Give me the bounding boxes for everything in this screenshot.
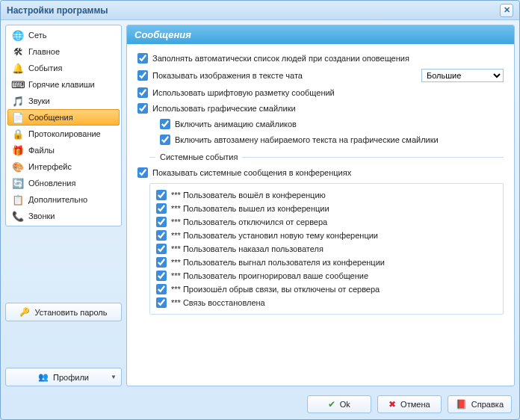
enable-autoreplace-label: Включить автозамену набираемого текста н… [175, 135, 439, 144]
event-checkbox[interactable] [156, 257, 167, 268]
sidebar-item-label: Файлы [28, 146, 55, 155]
wrench-icon: 🛠 [12, 46, 24, 58]
event-checkbox[interactable] [156, 244, 167, 254]
event-label: *** Пользователь вышел из конференции [171, 204, 329, 213]
sidebar-item-label: Звонки [28, 211, 55, 220]
sidebar-item-label: Сеть [28, 31, 46, 40]
users-icon: 👥 [38, 372, 49, 382]
list-item: *** Пользователь установил новую тему ко… [156, 229, 497, 242]
key-icon: 🔑 [19, 307, 30, 317]
event-label: *** Произошёл обрыв связи, вы отключены … [171, 285, 380, 294]
window-title: Настройки программы [7, 5, 500, 16]
event-label: *** Пользователь выгнал пользователя из … [171, 258, 385, 267]
sidebar-item-hotkeys[interactable]: ⌨Горячие клавиши [7, 76, 120, 93]
opt-enable-autoreplace: Включить автозамену набираемого текста н… [160, 135, 504, 145]
keyboard-icon: ⌨ [12, 78, 24, 90]
font-markup-checkbox[interactable] [137, 87, 148, 98]
close-button[interactable]: ✕ [500, 4, 513, 17]
sidebar-item-label: Обновления [28, 179, 75, 188]
opt-use-smileys: Использовать графические смайлики [137, 103, 504, 114]
opt-auto-fill: Заполнять автоматически список людей при… [137, 53, 504, 64]
cancel-icon: ✖ [389, 399, 396, 410]
titlebar: Настройки программы ✕ [1, 1, 519, 20]
use-smileys-checkbox[interactable] [137, 103, 148, 114]
help-button[interactable]: 📕Справка [448, 395, 512, 413]
list-item: *** Произошёл обрыв связи, вы отключены … [156, 282, 497, 296]
set-password-button[interactable]: 🔑 Установить пароль [5, 303, 122, 321]
list-item: *** Пользователь проигнорировал ваше соо… [156, 269, 497, 282]
opt-show-sys-msgs: Показывать системные сообщения в конфере… [137, 167, 504, 178]
phone-icon: 📞 [12, 210, 24, 222]
show-sys-msgs-checkbox[interactable] [137, 167, 148, 178]
event-checkbox[interactable] [156, 230, 167, 241]
sidebar-item-events[interactable]: 🔔События [7, 60, 120, 76]
sidebar-item-label: Горячие клавиши [28, 80, 95, 89]
sidebar-item-sounds[interactable]: 🎵Звуки [7, 93, 120, 109]
page-title: Сообщения [127, 25, 514, 44]
footer: ✔Ok ✖Отмена 📕Справка [1, 391, 519, 419]
opt-enable-anim: Включить анимацию смайликов [160, 119, 504, 129]
event-label: *** Пользователь вошёл в конференцию [171, 191, 326, 200]
profiles-button[interactable]: 👥 Профили ▼ [5, 368, 122, 386]
main-body: Заполнять автоматически список людей при… [127, 44, 514, 386]
cancel-label: Отмена [400, 400, 430, 409]
chevron-down-icon: ▼ [111, 374, 117, 380]
book-icon: 📕 [456, 399, 467, 410]
sidebar-item-label: Сообщения [28, 113, 73, 122]
enable-anim-label: Включить анимацию смайликов [175, 120, 297, 129]
auto-fill-checkbox[interactable] [137, 53, 148, 64]
font-markup-label: Использовать шрифтовую разметку сообщени… [152, 88, 335, 97]
sidebar-item-calls[interactable]: 📞Звонки [7, 208, 120, 224]
refresh-icon: 🔄 [12, 177, 24, 189]
profiles-label: Профили [53, 373, 89, 382]
show-sys-msgs-label: Показывать системные сообщения в конфере… [152, 168, 351, 177]
list-item: *** Пользователь отключился от сервера [156, 215, 497, 229]
list-item: *** Связь восстановлена [156, 296, 497, 309]
sidebar-item-advanced[interactable]: 📋Дополнительно [7, 191, 120, 208]
list-item: *** Пользователь вышел из конференции [156, 202, 497, 215]
show-images-checkbox[interactable] [137, 70, 148, 81]
sidebar-item-logging[interactable]: 🔒Протоколирование [7, 126, 120, 142]
sidebar-item-main[interactable]: 🛠Главное [7, 43, 120, 60]
use-smileys-label: Использовать графические смайлики [152, 104, 296, 113]
cancel-button[interactable]: ✖Отмена [377, 395, 442, 413]
nav-panel: 🌐Сеть 🛠Главное 🔔События ⌨Горячие клавиши… [5, 25, 122, 226]
system-events-group: Системные события [149, 152, 504, 161]
sidebar-item-interface[interactable]: 🎨Интерфейс [7, 158, 120, 175]
show-images-label: Показывать изображения в тексте чата [152, 71, 303, 80]
event-checkbox[interactable] [156, 217, 167, 227]
close-icon: ✕ [504, 5, 510, 15]
sidebar-spacer [5, 231, 122, 298]
image-size-select[interactable]: Большие [421, 69, 504, 82]
sidebar-item-label: Главное [28, 47, 60, 56]
sidebar-item-network[interactable]: 🌐Сеть [7, 27, 120, 43]
sidebar-item-files[interactable]: 🎁Файлы [7, 142, 120, 158]
clipboard-icon: 📋 [12, 194, 24, 206]
list-item: *** Пользователь выгнал пользователя из … [156, 256, 497, 269]
sidebar-item-label: Интерфейс [28, 162, 72, 171]
system-events-label: Системные события [155, 152, 242, 161]
palette-icon: 🎨 [12, 161, 24, 173]
event-label: *** Пользователь установил новую тему ко… [171, 231, 378, 240]
system-events-list: *** Пользователь вошёл в конференцию ***… [149, 183, 504, 315]
event-label: *** Пользователь отключился от сервера [171, 217, 327, 226]
event-checkbox[interactable] [156, 297, 167, 308]
document-icon: 📄 [12, 111, 24, 123]
ok-label: Ok [340, 400, 350, 409]
enable-autoreplace-checkbox[interactable] [160, 135, 170, 145]
enable-anim-checkbox[interactable] [160, 119, 170, 129]
sidebar-item-messages[interactable]: 📄Сообщения [7, 109, 120, 126]
event-checkbox[interactable] [156, 190, 167, 200]
sidebar-item-updates[interactable]: 🔄Обновления [7, 175, 120, 191]
event-checkbox[interactable] [156, 271, 167, 281]
help-label: Справка [471, 400, 504, 409]
opt-show-images: Показывать изображения в тексте чата Бол… [137, 69, 504, 82]
sidebar-item-label: Звуки [28, 96, 50, 105]
event-checkbox[interactable] [156, 284, 167, 294]
lock-icon: 🔒 [12, 128, 24, 140]
ok-button[interactable]: ✔Ok [307, 395, 371, 413]
event-checkbox[interactable] [156, 203, 167, 214]
sidebar-item-label: Дополнительно [28, 195, 87, 204]
gift-icon: 🎁 [12, 144, 24, 156]
window-body: 🌐Сеть 🛠Главное 🔔События ⌨Горячие клавиши… [1, 20, 519, 391]
